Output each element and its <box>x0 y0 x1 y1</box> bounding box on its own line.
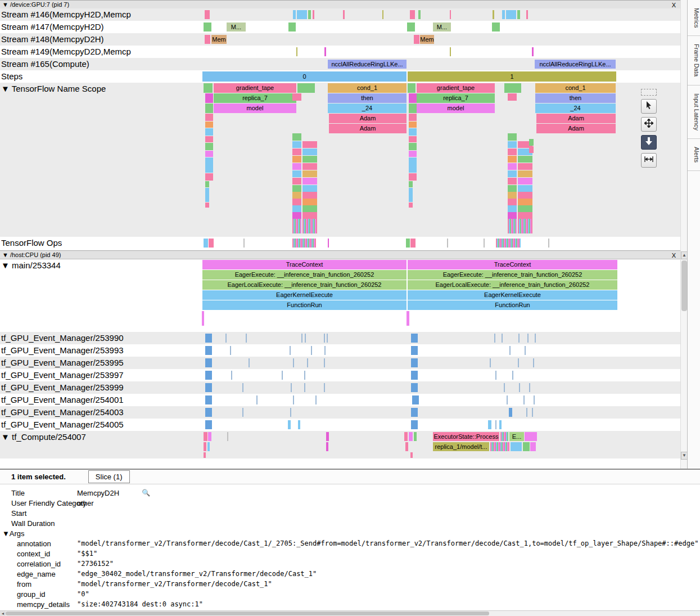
trace-event[interactable] <box>209 239 214 248</box>
trace-event-model[interactable]: model <box>214 104 296 113</box>
trace-event[interactable] <box>297 10 307 19</box>
tab-frame-data[interactable]: Frame Data <box>688 36 700 85</box>
trace-event[interactable] <box>450 47 451 56</box>
trace-event[interactable] <box>518 170 532 177</box>
trace-event[interactable] <box>204 452 206 458</box>
trace-event[interactable] <box>302 163 317 170</box>
trace-event[interactable] <box>302 192 317 199</box>
trace-event[interactable] <box>326 442 328 451</box>
trace-event[interactable] <box>490 442 509 451</box>
horizontal-scroll-thumb[interactable] <box>6 611 489 615</box>
trace-event[interactable] <box>507 395 508 404</box>
trace-event-executorstate-process[interactable]: ExecutorState::Process <box>433 432 499 441</box>
trace-event-adam[interactable]: Adam <box>536 124 616 133</box>
trace-event[interactable] <box>302 212 317 219</box>
trace-event-cond_1[interactable]: cond_1 <box>328 83 407 93</box>
trace-event[interactable] <box>293 395 294 404</box>
gpu-close-button[interactable]: X <box>672 1 676 9</box>
tab-alerts[interactable]: Alerts <box>688 139 700 171</box>
trace-event[interactable] <box>409 104 417 113</box>
trace-event[interactable] <box>517 10 520 19</box>
trace-event[interactable] <box>290 346 291 355</box>
trace-event[interactable] <box>227 432 228 441</box>
trace-event[interactable] <box>292 212 301 219</box>
trace-event-0[interactable]: 0 <box>202 71 407 82</box>
trace-event[interactable] <box>414 432 417 441</box>
trace-event[interactable] <box>409 188 413 202</box>
trace-event[interactable] <box>508 149 517 155</box>
trace-event[interactable] <box>293 358 294 367</box>
toolbar-grip-handle[interactable] <box>641 89 657 96</box>
trace-event[interactable] <box>548 239 549 248</box>
trace-event[interactable] <box>291 383 292 392</box>
trace-event[interactable] <box>243 239 245 248</box>
trace-event[interactable] <box>246 334 247 343</box>
trace-event-adam[interactable]: Adam <box>329 114 407 123</box>
trace-event[interactable] <box>205 173 213 181</box>
trace-event[interactable] <box>508 141 517 148</box>
trace-event[interactable] <box>324 383 325 392</box>
trace-event[interactable] <box>205 181 209 187</box>
trace-event[interactable] <box>204 442 206 451</box>
trace-event[interactable] <box>302 149 317 155</box>
trace-event[interactable] <box>205 371 212 380</box>
trace-event[interactable] <box>508 212 517 219</box>
trace-event[interactable] <box>534 395 535 404</box>
trace-event[interactable] <box>525 346 526 355</box>
trace-event[interactable] <box>205 93 213 103</box>
trace-event-adam[interactable]: Adam <box>536 114 616 123</box>
trace-event[interactable] <box>304 371 305 380</box>
trace-event[interactable] <box>484 239 485 248</box>
trace-event[interactable] <box>518 358 519 367</box>
trace-event[interactable] <box>504 383 505 392</box>
trace-event-m-[interactable]: M... <box>433 23 451 32</box>
trace-event-replica_1-model-t-[interactable]: replica_1/model/t... <box>433 442 489 451</box>
trace-event[interactable] <box>313 10 314 19</box>
trace-event[interactable] <box>304 383 305 392</box>
trace-event[interactable] <box>292 178 301 185</box>
trace-event[interactable] <box>508 163 517 170</box>
trace-event[interactable] <box>307 358 308 367</box>
trace-event[interactable] <box>410 10 415 19</box>
trace-event[interactable] <box>529 146 534 153</box>
trace-event[interactable] <box>382 10 383 19</box>
trace-event-then[interactable]: then <box>328 93 407 103</box>
trace-event-tracecontext[interactable]: TraceContext <box>202 260 407 269</box>
trace-event[interactable] <box>411 420 418 429</box>
trace-event-model[interactable]: model <box>417 104 495 113</box>
trace-event[interactable] <box>256 395 258 404</box>
trace-event[interactable] <box>518 334 520 343</box>
trace-event[interactable] <box>324 334 325 343</box>
trace-event[interactable] <box>409 136 417 142</box>
trace-event[interactable] <box>447 239 448 248</box>
trace-event[interactable] <box>205 334 212 343</box>
trace-event[interactable] <box>292 163 301 170</box>
trace-event[interactable] <box>208 432 211 441</box>
trace-event-adam[interactable]: Adam <box>329 124 407 133</box>
trace-event[interactable] <box>202 311 204 326</box>
trace-event[interactable] <box>511 442 522 451</box>
tab-input-latency[interactable]: Input Latency <box>688 86 700 139</box>
trace-event-m-[interactable]: M... <box>227 23 246 32</box>
trace-event[interactable] <box>407 23 415 32</box>
trace-event[interactable] <box>292 93 301 101</box>
track-label-tf-name-scope[interactable]: ▼ TensorFlow Name Scope <box>1 84 106 93</box>
trace-event[interactable] <box>409 158 417 173</box>
trace-event[interactable] <box>225 334 227 343</box>
trace-event[interactable] <box>205 346 212 355</box>
trace-event[interactable] <box>298 420 300 429</box>
trace-event[interactable] <box>205 158 213 173</box>
trace-event[interactable] <box>297 83 315 93</box>
trace-event[interactable] <box>324 358 325 367</box>
trace-event[interactable] <box>411 346 418 355</box>
trace-event[interactable] <box>292 219 301 233</box>
trace-event[interactable] <box>504 83 521 93</box>
trace-event[interactable] <box>410 239 416 248</box>
trace-event[interactable] <box>231 371 232 380</box>
trace-event[interactable] <box>492 23 500 32</box>
trace-event-then[interactable]: then <box>535 93 616 103</box>
zoom-mode-button[interactable] <box>641 135 657 150</box>
trace-event[interactable] <box>292 133 301 141</box>
trace-event[interactable] <box>343 10 345 19</box>
trace-event[interactable] <box>302 205 317 212</box>
